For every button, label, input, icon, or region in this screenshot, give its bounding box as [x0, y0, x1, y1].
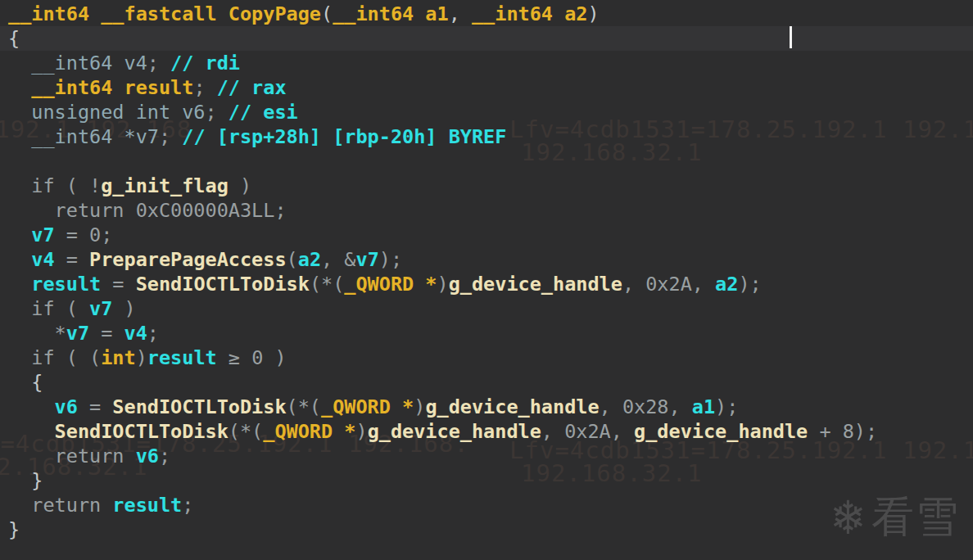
code-token[interactable]: ): [414, 395, 425, 418]
code-token[interactable]: return 0xC00000A3LL;: [8, 199, 287, 222]
variable-token[interactable]: v6: [55, 395, 78, 418]
code-line[interactable]: if ( v7 ): [8, 296, 973, 321]
keyword-token[interactable]: _QWORD *: [344, 273, 437, 296]
code-token[interactable]: ): [587, 2, 599, 25]
variable-token[interactable]: v7: [355, 248, 378, 271]
code-token[interactable]: =: [89, 322, 124, 345]
code-token[interactable]: ;: [159, 125, 182, 148]
code-line[interactable]: unsigned int v6; // esi: [8, 100, 973, 124]
variable-token[interactable]: // esi: [229, 101, 298, 124]
code-token[interactable]: ): [112, 297, 135, 320]
code-line[interactable]: if ( (int)result ≥ 0 ): [8, 345, 973, 370]
code-token[interactable]: , 0x28,: [600, 395, 692, 418]
code-token[interactable]: ;: [159, 445, 170, 467]
code-token[interactable]: __int64 v4: [31, 52, 147, 75]
code-line[interactable]: [8, 149, 973, 174]
variable-token[interactable]: result: [147, 346, 217, 369]
code-line[interactable]: v4 = PreparePageAccess(a2, &v7);: [8, 247, 973, 272]
variable-token[interactable]: // rdi: [170, 52, 240, 75]
code-token[interactable]: ;: [147, 52, 170, 75]
keyword-token[interactable]: int: [101, 346, 135, 369]
variable-token[interactable]: v7: [31, 224, 54, 246]
symbol-name-token[interactable]: g_device_handle: [634, 420, 808, 443]
code-token[interactable]: {: [8, 27, 20, 50]
code-token[interactable]: (*(: [310, 273, 344, 296]
code-line[interactable]: }: [8, 517, 973, 542]
variable-token[interactable]: v7: [89, 297, 112, 320]
code-token[interactable]: ,: [449, 2, 460, 25]
code-token[interactable]: );: [715, 395, 738, 418]
symbol-name-token[interactable]: SendIOCTLToDisk: [112, 395, 286, 418]
code-token[interactable]: , &: [321, 248, 355, 271]
symbol-name-token[interactable]: PreparePageAccess: [89, 248, 287, 271]
code-line[interactable]: __int64 result; // rax: [8, 75, 973, 100]
code-token[interactable]: }: [8, 518, 20, 541]
code-token[interactable]: );: [379, 248, 402, 271]
code-token[interactable]: ): [229, 174, 251, 197]
code-token[interactable]: ;: [206, 101, 229, 124]
variable-token[interactable]: // rax: [217, 76, 287, 99]
symbol-name-token[interactable]: g_device_handle: [449, 273, 622, 296]
code-token[interactable]: ;: [193, 76, 216, 99]
code-token[interactable]: }: [8, 469, 43, 492]
code-token[interactable]: ;: [147, 322, 159, 345]
code-token[interactable]: return: [8, 494, 112, 517]
code-token[interactable]: =: [55, 248, 89, 271]
variable-token[interactable]: v7: [66, 322, 89, 345]
code-token[interactable]: =: [78, 395, 112, 418]
symbol-name-token[interactable]: g_init_flag: [101, 174, 229, 197]
code-token[interactable]: ): [355, 420, 367, 443]
keyword-token[interactable]: _QWORD *: [263, 420, 355, 443]
code-token[interactable]: , 0x2A,: [622, 273, 715, 296]
symbol-name-token[interactable]: g_device_handle: [368, 420, 541, 443]
keyword-token[interactable]: __int64 result: [31, 76, 193, 99]
symbol-name-token[interactable]: g_device_handle: [425, 395, 599, 418]
code-token[interactable]: ): [136, 346, 147, 369]
variable-token[interactable]: result: [112, 494, 182, 517]
code-token[interactable]: unsigned int v6: [31, 101, 205, 124]
pseudocode-view[interactable]: __int64 __fastcall CopyPage(__int64 a1, …: [0, 0, 973, 560]
code-token[interactable]: *: [8, 322, 66, 345]
code-line[interactable]: result = SendIOCTLToDisk(*(_QWORD *)g_de…: [8, 272, 973, 296]
variable-token[interactable]: result: [31, 273, 101, 296]
code-line[interactable]: return v6;: [8, 444, 973, 468]
variable-token[interactable]: v4: [31, 248, 54, 271]
code-token[interactable]: ≥ 0 ): [217, 346, 287, 369]
code-line[interactable]: {: [8, 370, 973, 395]
keyword-token[interactable]: __int64 __fastcall CopyPage: [8, 2, 321, 25]
variable-token[interactable]: a1: [692, 395, 715, 418]
code-token[interactable]: if (: [8, 297, 89, 320]
code-line[interactable]: }: [8, 468, 973, 493]
code-line[interactable]: __int64 v4; // rdi: [8, 51, 973, 75]
code-token[interactable]: (: [321, 2, 333, 25]
code-token[interactable]: );: [738, 273, 761, 296]
variable-token[interactable]: v6: [136, 445, 159, 467]
code-token[interactable]: + 8);: [808, 420, 877, 443]
code-token[interactable]: return: [8, 445, 136, 467]
code-token[interactable]: (*(: [287, 395, 321, 418]
code-token[interactable]: __int64 *v7: [31, 125, 159, 148]
code-line[interactable]: v6 = SendIOCTLToDisk(*(_QWORD *)g_device…: [8, 395, 973, 419]
code-token[interactable]: (*(: [229, 420, 263, 443]
code-line[interactable]: return 0xC00000A3LL;: [8, 198, 973, 223]
code-token[interactable]: = 0;: [55, 224, 113, 246]
symbol-name-token[interactable]: SendIOCTLToDisk: [55, 420, 229, 443]
code-token[interactable]: , 0x2A,: [541, 420, 634, 443]
code-line[interactable]: *v7 = v4;: [8, 321, 973, 345]
variable-token[interactable]: // [rsp+28h] [rbp-20h] BYREF: [182, 125, 506, 148]
variable-token[interactable]: a2: [715, 273, 738, 296]
variable-token[interactable]: v4: [124, 322, 147, 345]
code-token[interactable]: if ( (: [8, 346, 101, 369]
code-line[interactable]: return result;: [8, 493, 973, 517]
code-token[interactable]: (: [287, 248, 298, 271]
keyword-token[interactable]: __int64 a1: [333, 2, 448, 25]
code-token[interactable]: =: [101, 273, 135, 296]
code-token[interactable]: ;: [182, 494, 193, 517]
code-token[interactable]: ): [437, 273, 449, 296]
code-token[interactable]: {: [8, 371, 43, 394]
code-line[interactable]: __int64 __fastcall CopyPage(__int64 a1, …: [8, 2, 973, 26]
code-line[interactable]: SendIOCTLToDisk(*(_QWORD *)g_device_hand…: [8, 419, 973, 444]
keyword-token[interactable]: __int64 a2: [472, 2, 587, 25]
code-token[interactable]: if ( !: [8, 174, 101, 197]
variable-token[interactable]: a2: [298, 248, 321, 271]
